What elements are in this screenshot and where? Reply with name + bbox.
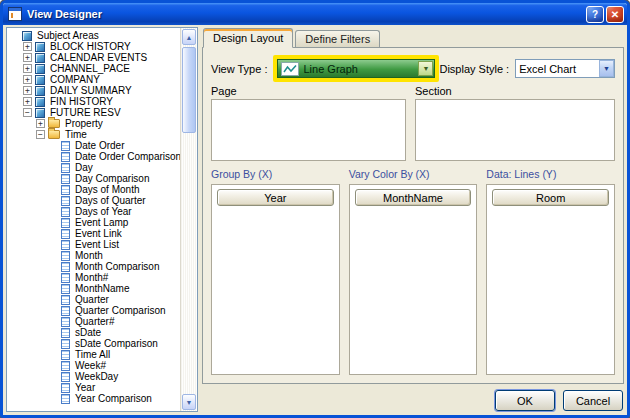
tree-node[interactable]: +COMPANY xyxy=(7,74,180,85)
tree-node[interactable]: −FUTURE RESV xyxy=(7,107,180,118)
section-dropzone[interactable] xyxy=(415,99,615,161)
scroll-up-button[interactable]: ▲ xyxy=(182,29,196,45)
tree-item-label: FIN HISTORY xyxy=(48,96,115,107)
tree-leaf[interactable]: Quarter Comparison xyxy=(7,305,180,316)
tree-item-label: Month# xyxy=(73,272,110,283)
dialog-footer: OK Cancel xyxy=(202,384,624,412)
tree-leaf[interactable]: WeekDay xyxy=(7,371,180,382)
field-button[interactable]: Year xyxy=(217,189,334,206)
column-dropzone[interactable]: Room xyxy=(486,184,615,375)
field-button[interactable]: MonthName xyxy=(355,189,472,206)
display-style-label: Display Style : xyxy=(439,63,509,75)
tree-node[interactable]: +CALENDAR EVENTS xyxy=(7,52,180,63)
field-button[interactable]: Room xyxy=(492,189,609,206)
tree-node[interactable]: +CHANNEL_PACE xyxy=(7,63,180,74)
tree-node[interactable]: +DAILY SUMMARY xyxy=(7,85,180,96)
page-area: Page xyxy=(211,85,406,161)
tree-leaf[interactable]: Day xyxy=(7,162,180,173)
tree-leaf[interactable]: Week# xyxy=(7,360,180,371)
column-header: Data: Lines (Y) xyxy=(486,168,615,182)
dialog-body: Subject Areas+BLOCK HISTORY+CALENDAR EVE… xyxy=(3,25,627,415)
layout-columns: Group By (X)YearVary Color By (X)MonthNa… xyxy=(211,168,615,375)
scrollbar-track[interactable] xyxy=(182,46,196,393)
scrollbar-thumb[interactable] xyxy=(182,47,196,133)
tree-leaf[interactable]: Day Comparison xyxy=(7,173,180,184)
tree-item-label: Days of Month xyxy=(73,184,141,195)
column-icon xyxy=(61,350,70,360)
tree-leaf[interactable]: Days of Year xyxy=(7,206,180,217)
tree-item-label: Property xyxy=(63,118,105,129)
expand-toggle[interactable]: + xyxy=(23,97,32,106)
tree-leaf[interactable]: Days of Quarter xyxy=(7,195,180,206)
tree-item-label: sDate Comparison xyxy=(73,338,160,349)
tree-root-subject-areas[interactable]: Subject Areas xyxy=(7,30,180,41)
expand-toggle[interactable]: + xyxy=(23,86,32,95)
tree-node[interactable]: +FIN HISTORY xyxy=(7,96,180,107)
expand-toggle[interactable]: + xyxy=(23,64,32,73)
tree-item-label: BLOCK HISTORY xyxy=(48,41,133,52)
tree-leaf[interactable]: Quarter# xyxy=(7,316,180,327)
tree-leaf[interactable]: MonthName xyxy=(7,283,180,294)
chevron-down-icon[interactable]: ▼ xyxy=(599,60,614,77)
page-dropzone[interactable] xyxy=(211,99,406,161)
expand-toggle[interactable]: + xyxy=(23,75,32,84)
tree-leaf[interactable]: Event Link xyxy=(7,228,180,239)
tree-item-label: FUTURE RESV xyxy=(48,107,123,118)
tree-leaf[interactable]: sDate Comparison xyxy=(7,338,180,349)
tree-folder[interactable]: −Time xyxy=(7,129,180,140)
tree-item-label: Year Comparison xyxy=(73,393,154,404)
column-icon xyxy=(61,240,70,250)
tree-item-label: Date Order xyxy=(73,140,126,151)
tree-scrollbar[interactable]: ▲ ▼ xyxy=(180,28,197,411)
tree-node[interactable]: +BLOCK HISTORY xyxy=(7,41,180,52)
tab-define-filters[interactable]: Define Filters xyxy=(295,30,380,47)
column-dropzone[interactable]: MonthName xyxy=(349,184,478,375)
tab-strip: Design Layout Define Filters xyxy=(202,27,624,47)
layout-column-2: Vary Color By (X)MonthName xyxy=(349,168,478,375)
column-dropzone[interactable]: Year xyxy=(211,184,340,375)
tree-leaf[interactable]: Quarter xyxy=(7,294,180,305)
help-button[interactable]: ? xyxy=(586,6,604,23)
scroll-down-button[interactable]: ▼ xyxy=(182,394,196,410)
tab-design-layout[interactable]: Design Layout xyxy=(203,28,293,48)
column-icon xyxy=(61,262,70,272)
subject-area-cube-icon xyxy=(35,53,45,63)
tree-leaf[interactable]: Days of Month xyxy=(7,184,180,195)
tree-leaf[interactable]: Month Comparison xyxy=(7,261,180,272)
column-header: Group By (X) xyxy=(211,168,340,182)
close-button[interactable]: ✕ xyxy=(606,6,624,23)
tree-leaf[interactable]: Month# xyxy=(7,272,180,283)
tree-leaf[interactable]: sDate xyxy=(7,327,180,338)
tree-folder[interactable]: +Property xyxy=(7,118,180,129)
expand-toggle[interactable]: + xyxy=(23,53,32,62)
tree-leaf[interactable]: Date Order xyxy=(7,140,180,151)
subject-areas-icon xyxy=(22,31,32,41)
tree-item-label: Event List xyxy=(73,239,121,250)
collapse-toggle[interactable]: − xyxy=(36,130,45,139)
tree-leaf[interactable]: Month xyxy=(7,250,180,261)
expand-toggle[interactable]: + xyxy=(23,42,32,51)
tree-item-label: WeekDay xyxy=(73,371,120,382)
titlebar[interactable]: View Designer ? ✕ xyxy=(3,3,627,25)
tree-item-label: Event Lamp xyxy=(73,217,130,228)
display-style-dropdown[interactable]: Excel Chart ▼ xyxy=(515,59,615,78)
view-type-dropdown[interactable]: Line Graph ▼ xyxy=(277,59,435,78)
cancel-button[interactable]: Cancel xyxy=(563,390,623,411)
column-icon xyxy=(61,251,70,261)
collapse-toggle[interactable]: − xyxy=(23,108,32,117)
tree-leaf[interactable]: Year xyxy=(7,382,180,393)
tree-leaf[interactable]: Date Order Comparison xyxy=(7,151,180,162)
tree-item-label: Quarter Comparison xyxy=(73,305,168,316)
tree-leaf[interactable]: Event List xyxy=(7,239,180,250)
expand-toggle[interactable]: + xyxy=(36,119,45,128)
tree-leaf[interactable]: Event Lamp xyxy=(7,217,180,228)
tree-leaf[interactable]: Year Comparison xyxy=(7,393,180,404)
ok-button[interactable]: OK xyxy=(495,390,555,411)
tree-item-label: Quarter# xyxy=(73,316,116,327)
subject-area-cube-icon xyxy=(35,86,45,96)
chevron-down-icon[interactable]: ▼ xyxy=(418,61,433,76)
tree-item-label: Month xyxy=(73,250,105,261)
tree-leaf[interactable]: Time All xyxy=(7,349,180,360)
column-icon xyxy=(61,328,70,338)
line-graph-icon xyxy=(281,62,299,76)
